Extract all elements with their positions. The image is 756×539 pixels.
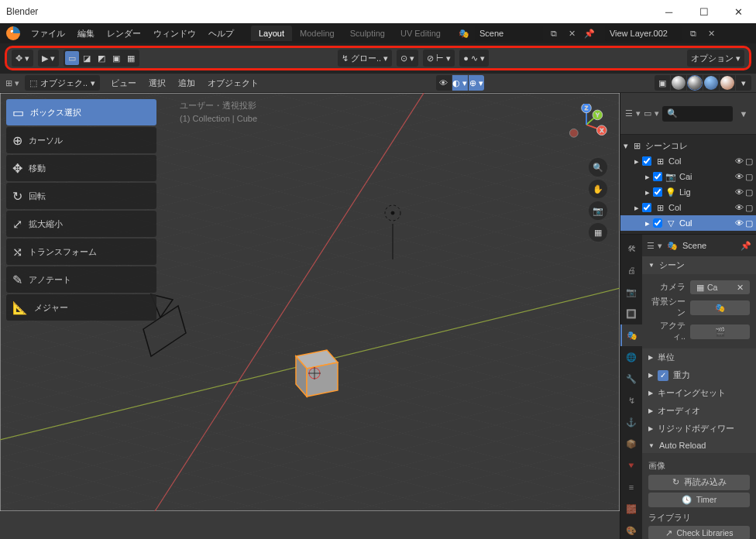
outliner-item-3[interactable]: ▸⊞Col👁 ▢ [620,200,756,215]
pin-props-icon[interactable]: 📌 [741,241,751,251]
menu-4[interactable]: ヘルプ [202,25,240,43]
workspace-tab-modeling[interactable]: Modeling [292,26,342,41]
proptab-11[interactable]: ≡ [620,476,642,498]
pan-gizmo[interactable]: ✋ [589,180,607,198]
select-mode-new[interactable]: ▭ [65,51,79,65]
viewport-menu-0[interactable]: ビュー [105,74,143,92]
active-clip-field[interactable]: 🎬 [690,324,750,339]
viewport-menu-2[interactable]: 追加 [172,74,201,92]
scene-name-field[interactable]: Scene [475,26,543,41]
new-viewlayer-button[interactable]: ⧉ [686,26,701,41]
menu-0[interactable]: ファイル [25,25,71,43]
outliner-filter-button[interactable]: ▼ [736,106,751,122]
proptab-6[interactable]: 🔧 [620,368,642,390]
props-editor-dropdown[interactable]: ☰ ▾ [647,238,662,253]
delete-viewlayer-button[interactable]: ✕ [704,26,720,41]
proptab-12[interactable]: 🧱 [620,498,642,520]
tool-0[interactable]: ▭ボックス選択 [6,99,156,125]
shading-material[interactable] [704,76,718,90]
tool-5[interactable]: ⤭トランスフォーム [6,239,156,265]
viewport-menu-3[interactable]: オブジェクト [201,74,265,92]
tool-1[interactable]: ⊕カーソル [6,127,156,153]
bg-scene-field[interactable]: 🎭 [690,300,750,315]
perspective-toggle-gizmo[interactable]: ▦ [589,223,607,242]
cursor-tool-dropdown[interactable]: ✥ ▾ [12,50,33,67]
tool-6[interactable]: ✎アノテート [6,266,156,293]
check-libraries-button[interactable]: ↗ Check Libraries [648,526,750,539]
select-mode-extend[interactable]: ◪ [80,51,94,65]
tool-4[interactable]: ⤢拡大縮小 [6,211,156,237]
workspace-tab-sculpting[interactable]: Sculpting [342,26,393,41]
shading-wireframe[interactable] [672,76,686,90]
options-dropdown[interactable]: オプション ▾ [687,50,744,67]
select-mode-subtract[interactable]: ◩ [94,51,108,65]
select-visible-icon[interactable]: 👁 [436,75,452,91]
select-mode-invert[interactable]: ▣ [109,51,123,65]
nav-gizmo[interactable]: X Y Z [565,104,607,146]
proptab-13[interactable]: 🎨 [620,520,642,539]
cube-object[interactable] [287,341,347,401]
camera-view-gizmo[interactable]: 📷 [589,201,607,220]
menu-3[interactable]: ウィンドウ [147,25,202,43]
proptab-5[interactable]: 🌐 [620,346,642,368]
panel-audio-header[interactable]: ▶オーディオ [642,402,756,420]
mode-dropdown[interactable]: ⬚ オブジェク.. ▾ [25,75,100,91]
3d-viewport[interactable]: ▭ボックス選択⊕カーソル✥移動↻回転⤢拡大縮小⤭トランスフォーム✎アノテート📐メ… [0,93,620,539]
editor-type-dropdown[interactable]: ⊞ ▾ [5,75,20,91]
panel-rigidbody-header[interactable]: ▶リジッドボディワー [642,420,756,438]
menu-1[interactable]: 編集 [71,25,101,43]
browse-scene-icon[interactable]: 🎭 [456,26,472,41]
blender-logo-icon[interactable] [6,26,20,40]
view-layer-field[interactable]: View Layer.002 [605,26,682,41]
gizmos-dropdown[interactable]: ◐ ▾ [452,75,468,91]
transform-orientation-dropdown[interactable]: ↯ グロー.. ▾ [338,50,392,67]
proptab-10[interactable]: 🔻 [620,455,642,476]
panel-scene-header[interactable]: ▼シーン [642,256,756,274]
pin-icon[interactable]: 📌 [582,26,597,41]
zoom-gizmo[interactable]: 🔍 [589,158,607,177]
outliner-display-dropdown[interactable]: ▭ ▾ [644,106,659,122]
new-scene-button[interactable]: ⧉ [546,26,562,41]
panel-autoreload-header[interactable]: ▼Auto Reload [642,438,756,453]
reload-button[interactable]: ↻ 再読み込み [648,475,750,490]
proportional-edit-toggle[interactable]: ● ∿ ▾ [459,50,489,67]
overlays-dropdown[interactable]: ⊕ ▾ [469,75,484,91]
outliner-item-0[interactable]: ▸⊞Col👁 ▢ [620,153,756,169]
shading-dropdown[interactable]: ▾ [736,75,751,91]
tool-2[interactable]: ✥移動 [6,155,156,181]
snap-toggle[interactable]: ⊘ ⊢ ▾ [423,50,455,67]
proptab-1[interactable]: 🖨 [620,259,642,281]
outliner-editor-dropdown[interactable]: ☰ ▾ [625,106,641,122]
proptab-7[interactable]: ↯ [620,390,642,411]
workspace-tab-uv editing[interactable]: UV Editing [393,26,448,41]
xray-toggle[interactable]: ▣ [655,75,670,91]
camera-field[interactable]: ▦ Ca ✕ [690,280,750,294]
proptab-9[interactable]: 📦 [620,433,642,455]
delete-scene-button[interactable]: ✕ [565,26,580,41]
tool-3[interactable]: ↻回転 [6,183,156,209]
gravity-checkbox[interactable]: ✓ [658,370,668,381]
proptab-0[interactable]: 🛠 [620,238,642,259]
maximize-button[interactable]: ☐ [686,0,721,23]
viewport-menu-1[interactable]: 選択 [143,74,172,92]
timer-button[interactable]: 🕓 Timer [648,493,750,507]
panel-units-header[interactable]: ▶単位 [642,348,756,366]
outliner-root[interactable]: ▾⊞シーンコレ [620,138,756,153]
menu-2[interactable]: レンダー [101,25,147,43]
shading-rendered[interactable] [720,76,734,90]
tool-7[interactable]: 📐メジャー [6,294,156,321]
outliner-item-1[interactable]: ▸📷Cai👁 ▢ [620,169,756,184]
proptab-3[interactable]: 🔳 [620,303,642,324]
pivot-dropdown[interactable]: ⊙ ▾ [397,50,418,67]
panel-keyingset-header[interactable]: ▶キーイングセット [642,384,756,402]
proptab-4[interactable]: 🎭 [620,324,642,346]
panel-gravity-header[interactable]: ▶✓重力 [642,366,756,384]
shading-solid[interactable] [688,76,702,90]
proptab-8[interactable]: ⚓ [620,411,642,433]
proptab-2[interactable]: 📷 [620,281,642,303]
workspace-tab-layout[interactable]: Layout [251,26,292,41]
close-button[interactable]: ✕ [721,0,756,23]
select-mode-intersect[interactable]: ▦ [124,51,138,65]
outliner-item-2[interactable]: ▸💡Lig👁 ▢ [620,184,756,200]
select-tool-dropdown[interactable]: ▶ ▾ [38,50,59,67]
